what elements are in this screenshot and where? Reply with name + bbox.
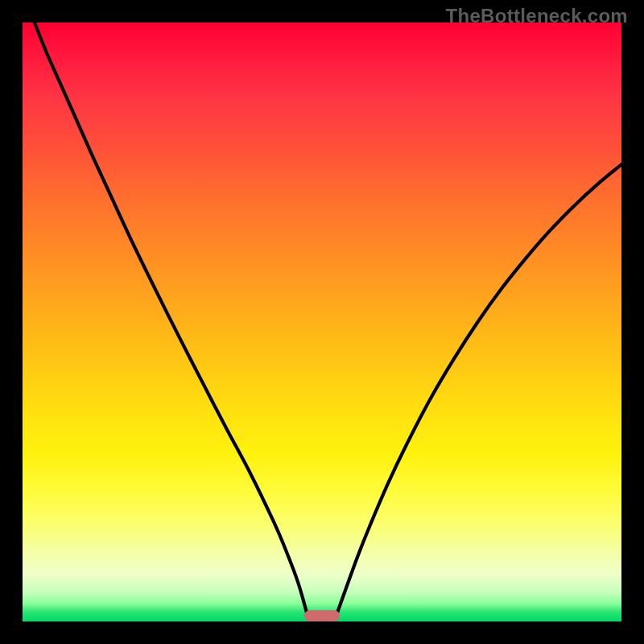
chart-container: TheBottleneck.com [0,0,644,644]
watermark-text: TheBottleneck.com [446,5,628,27]
optimal-range-marker [304,610,341,621]
plot-area [23,23,621,621]
bottleneck-curve [23,23,621,621]
